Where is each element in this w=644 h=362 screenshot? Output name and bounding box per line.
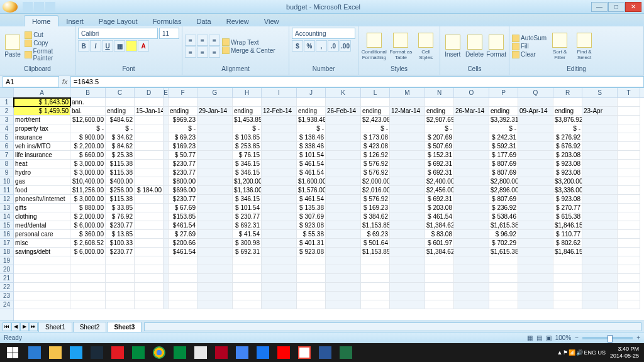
cell[interactable] xyxy=(262,239,297,248)
cell[interactable]: ending xyxy=(553,107,582,116)
ribbon-tab-home[interactable]: Home xyxy=(24,15,58,26)
cell[interactable]: ending xyxy=(425,107,454,116)
cell[interactable] xyxy=(169,283,197,292)
cell[interactable] xyxy=(454,204,489,212)
cell[interactable] xyxy=(489,98,518,107)
cell[interactable]: 26-Mar-14 xyxy=(454,107,489,116)
cell[interactable] xyxy=(326,292,361,300)
cell[interactable]: $ 6,000.00 xyxy=(70,221,106,230)
row-header[interactable]: 2 xyxy=(0,107,13,116)
cell[interactable]: $800.00 xyxy=(169,177,197,186)
cell[interactable]: $1,615.38 xyxy=(489,221,518,230)
cell[interactable]: $ 55.38 xyxy=(297,230,326,239)
cell[interactable]: heat xyxy=(14,160,70,168)
cell[interactable] xyxy=(135,195,164,204)
cell[interactable] xyxy=(618,195,640,204)
cell[interactable] xyxy=(390,274,425,283)
col-header[interactable]: D xyxy=(135,88,164,97)
cell[interactable]: $169.23 xyxy=(169,142,197,151)
save-icon[interactable] xyxy=(23,2,33,12)
cell[interactable] xyxy=(326,274,361,283)
cell[interactable] xyxy=(135,248,164,256)
cell[interactable]: $ 76.15 xyxy=(233,151,262,160)
cell[interactable]: $ 507.69 xyxy=(425,142,454,151)
cell[interactable] xyxy=(618,292,640,300)
cell[interactable]: $ 576.92 xyxy=(361,168,390,177)
cell[interactable] xyxy=(326,230,361,239)
row-header[interactable]: 12 xyxy=(0,195,13,204)
cell[interactable]: $ - xyxy=(169,124,197,133)
cell[interactable]: $ 923.08 xyxy=(297,248,326,256)
align-top-button[interactable]: ≡ xyxy=(185,35,196,46)
cell[interactable] xyxy=(454,151,489,160)
taskbar-explorer-icon[interactable] xyxy=(45,344,65,361)
cell[interactable] xyxy=(390,168,425,177)
col-header[interactable]: I xyxy=(262,88,297,97)
cell[interactable] xyxy=(135,300,164,309)
fill-color-button[interactable] xyxy=(126,40,137,52)
cell[interactable] xyxy=(582,133,618,142)
cell[interactable] xyxy=(582,221,618,230)
cell[interactable] xyxy=(618,177,640,186)
row-header[interactable]: 3 xyxy=(0,116,13,124)
cell[interactable]: $461.54 xyxy=(169,221,197,230)
cell[interactable] xyxy=(390,116,425,124)
cell[interactable] xyxy=(197,168,233,177)
cell[interactable]: $ 660.00 xyxy=(70,151,106,160)
cell[interactable]: $ 807.69 xyxy=(489,195,518,204)
cell[interactable] xyxy=(197,133,233,142)
cell[interactable] xyxy=(197,186,233,195)
cell[interactable] xyxy=(454,292,489,300)
cell[interactable] xyxy=(618,256,640,265)
cell[interactable] xyxy=(425,274,454,283)
cell[interactable] xyxy=(70,300,106,309)
sheet-tab[interactable]: Sheet3 xyxy=(107,322,142,332)
cell[interactable] xyxy=(262,160,297,168)
cell[interactable] xyxy=(262,212,297,221)
col-header[interactable]: F xyxy=(169,88,197,97)
cell[interactable] xyxy=(489,292,518,300)
cell[interactable] xyxy=(518,212,553,221)
cell[interactable]: $ 676.92 xyxy=(553,142,582,151)
sheet-nav-last[interactable]: ⏭ xyxy=(29,322,38,331)
cell[interactable]: $ 300.98 xyxy=(233,239,262,248)
cell[interactable] xyxy=(262,292,297,300)
cell[interactable] xyxy=(454,239,489,248)
cell[interactable]: $ 242.31 xyxy=(489,133,518,142)
taskbar-ie-icon[interactable] xyxy=(25,344,45,361)
cell[interactable]: $2,800.00 xyxy=(489,177,518,186)
cell[interactable] xyxy=(390,265,425,274)
col-header[interactable]: J xyxy=(297,88,326,97)
ribbon-tab-insert[interactable]: Insert xyxy=(58,16,91,26)
cell[interactable] xyxy=(297,274,326,283)
cell[interactable] xyxy=(454,186,489,195)
comma-button[interactable]: , xyxy=(316,40,327,52)
cell[interactable] xyxy=(518,283,553,292)
cell[interactable] xyxy=(425,300,454,309)
cell[interactable] xyxy=(70,256,106,265)
cell[interactable]: 29-Jan-14 xyxy=(197,107,233,116)
cell[interactable] xyxy=(361,265,390,274)
cell[interactable] xyxy=(326,98,361,107)
cell[interactable] xyxy=(361,283,390,292)
cell[interactable] xyxy=(135,151,164,160)
cell[interactable]: hydro xyxy=(14,168,70,177)
view-break-icon[interactable]: ▣ xyxy=(546,334,552,341)
cell[interactable]: $ 307.69 xyxy=(297,212,326,221)
cell[interactable]: $1,384.62 xyxy=(425,221,454,230)
cell[interactable] xyxy=(262,274,297,283)
cell[interactable] xyxy=(233,256,262,265)
start-button[interactable] xyxy=(1,344,24,361)
sheet-nav-next[interactable]: ▶ xyxy=(20,322,29,331)
cell[interactable]: $ 25.38 xyxy=(106,151,135,160)
cell[interactable]: $3,876.92 xyxy=(553,116,582,124)
undo-icon[interactable] xyxy=(34,2,44,12)
cell[interactable]: $2,000.00 xyxy=(361,177,390,186)
cell[interactable] xyxy=(518,204,553,212)
cell[interactable] xyxy=(164,116,169,124)
taskbar-google-icon[interactable] xyxy=(232,344,252,361)
cell[interactable]: $ 923.08 xyxy=(553,160,582,168)
cell[interactable]: $ 461.54 xyxy=(297,168,326,177)
ribbon-tab-formulas[interactable]: Formulas xyxy=(145,16,189,26)
cell[interactable]: $ 270.77 xyxy=(553,204,582,212)
